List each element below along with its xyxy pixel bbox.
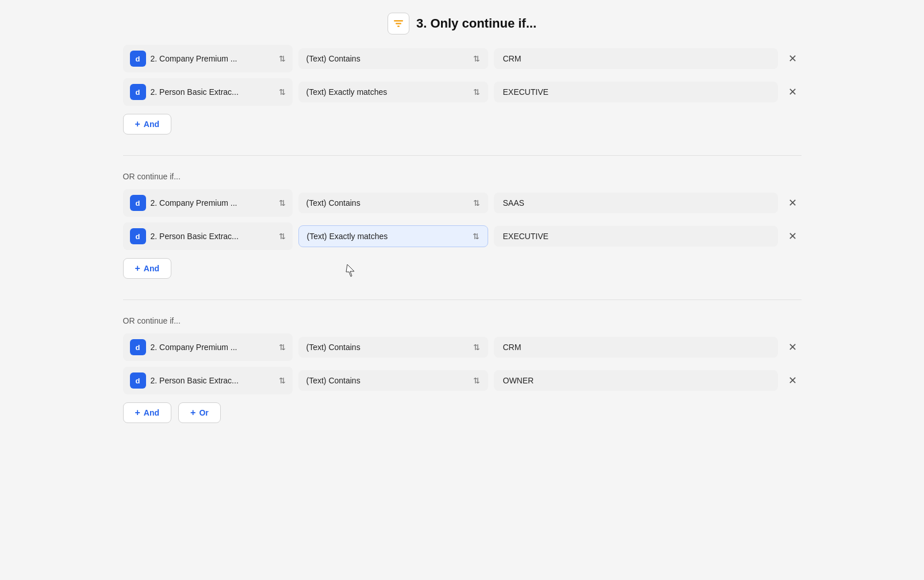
plus-icon: + — [135, 119, 140, 129]
field-selector-company-premium-2[interactable]: d 2. Company Premium ... ⇅ — [123, 189, 293, 217]
chevron-up-down-icon: ⇅ — [473, 198, 480, 208]
operator-selector-2b[interactable]: (Text) Exactly matches ⇅ — [298, 225, 488, 247]
field-label: 2. Person Basic Extrac... — [151, 232, 272, 241]
chevron-up-down-icon: ⇅ — [473, 232, 480, 241]
svg-rect-1 — [396, 23, 401, 25]
value-input-3a[interactable] — [494, 337, 778, 358]
condition-row: d 2. Company Premium ... ⇅ (Text) Contai… — [123, 45, 802, 72]
chevron-up-down-icon: ⇅ — [279, 343, 286, 352]
add-and-condition-button[interactable]: + And — [123, 114, 172, 135]
action-row: + And — [123, 114, 802, 135]
section-or-1: OR continue if... d 2. Company Premium .… — [123, 172, 802, 279]
plus-icon: + — [190, 408, 195, 418]
remove-condition-button[interactable]: ✕ — [784, 83, 802, 101]
datasource-icon: d — [130, 228, 146, 244]
header: 3. Only continue if... — [0, 0, 924, 45]
operator-label: (Text) Exactly matches — [307, 232, 467, 241]
chevron-up-down-icon: ⇅ — [279, 198, 286, 208]
and-button-label: And — [144, 120, 159, 129]
field-selector-person-basic-3[interactable]: d 2. Person Basic Extrac... ⇅ — [123, 367, 293, 394]
add-or-condition-button[interactable]: + Or — [178, 402, 221, 423]
value-input-1a[interactable] — [494, 48, 778, 69]
svg-rect-0 — [394, 20, 403, 22]
condition-row: d 2. Company Premium ... ⇅ (Text) Contai… — [123, 333, 802, 361]
chevron-up-down-icon: ⇅ — [279, 54, 286, 63]
filter-icon — [388, 13, 409, 34]
section-divider — [123, 155, 802, 156]
remove-condition-button[interactable]: ✕ — [784, 228, 802, 245]
plus-icon: + — [135, 263, 140, 274]
field-label: 2. Company Premium ... — [151, 198, 272, 208]
condition-row: d 2. Person Basic Extrac... ⇅ (Text) Exa… — [123, 78, 802, 106]
page-title: 3. Only continue if... — [416, 16, 536, 31]
section-or-2: OR continue if... d 2. Company Premium .… — [123, 316, 802, 423]
field-selector-company-premium-3[interactable]: d 2. Company Premium ... ⇅ — [123, 333, 293, 361]
value-input-2a[interactable] — [494, 193, 778, 213]
add-and-condition-button[interactable]: + And — [123, 402, 172, 423]
plus-icon: + — [135, 408, 140, 418]
remove-condition-button[interactable]: ✕ — [784, 372, 802, 389]
operator-label: (Text) Exactly matches — [306, 87, 467, 97]
field-selector-person-basic-2[interactable]: d 2. Person Basic Extrac... ⇅ — [123, 222, 293, 250]
condition-row: d 2. Person Basic Extrac... ⇅ (Text) Con… — [123, 367, 802, 394]
operator-selector-3a[interactable]: (Text) Contains ⇅ — [298, 337, 488, 358]
field-label: 2. Person Basic Extrac... — [151, 87, 272, 97]
datasource-icon: d — [130, 51, 146, 67]
value-input-1b[interactable] — [494, 82, 778, 102]
main-content: d 2. Company Premium ... ⇅ (Text) Contai… — [89, 45, 836, 478]
field-selector-person-basic-1[interactable]: d 2. Person Basic Extrac... ⇅ — [123, 78, 293, 106]
condition-row: d 2. Person Basic Extrac... ⇅ (Text) Exa… — [123, 222, 802, 250]
datasource-icon: d — [130, 339, 146, 355]
field-label: 2. Person Basic Extrac... — [151, 376, 272, 385]
field-label: 2. Company Premium ... — [151, 343, 272, 352]
chevron-up-down-icon: ⇅ — [473, 87, 480, 97]
and-button-label: And — [144, 264, 159, 273]
datasource-icon: d — [130, 195, 146, 211]
or-button-label: Or — [199, 408, 208, 417]
section-divider — [123, 299, 802, 300]
section-top-partial: d 2. Company Premium ... ⇅ (Text) Contai… — [123, 45, 802, 135]
chevron-up-down-icon: ⇅ — [473, 54, 480, 63]
operator-selector-1b[interactable]: (Text) Exactly matches ⇅ — [298, 82, 488, 102]
chevron-up-down-icon: ⇅ — [279, 376, 286, 385]
value-input-3b[interactable] — [494, 370, 778, 391]
chevron-up-down-icon: ⇅ — [279, 232, 286, 241]
remove-condition-button[interactable]: ✕ — [784, 50, 802, 67]
operator-label: (Text) Contains — [306, 198, 467, 208]
add-and-condition-button[interactable]: + And — [123, 258, 172, 279]
and-button-label: And — [144, 408, 159, 417]
field-label: 2. Company Premium ... — [151, 54, 272, 63]
chevron-up-down-icon: ⇅ — [473, 343, 480, 352]
or-section-label-2: OR continue if... — [123, 316, 802, 325]
operator-selector-1a[interactable]: (Text) Contains ⇅ — [298, 48, 488, 69]
chevron-up-down-icon: ⇅ — [279, 87, 286, 97]
svg-rect-2 — [397, 26, 400, 28]
condition-row: d 2. Company Premium ... ⇅ (Text) Contai… — [123, 189, 802, 217]
action-row: + And — [123, 258, 802, 279]
field-selector-company-premium-1[interactable]: d 2. Company Premium ... ⇅ — [123, 45, 293, 72]
value-input-2b[interactable] — [494, 226, 778, 247]
or-section-label-1: OR continue if... — [123, 172, 802, 181]
action-row: + And + Or — [123, 402, 802, 423]
chevron-up-down-icon: ⇅ — [473, 376, 480, 385]
datasource-icon: d — [130, 372, 146, 389]
operator-selector-2a[interactable]: (Text) Contains ⇅ — [298, 193, 488, 213]
operator-label: (Text) Contains — [306, 343, 467, 352]
operator-selector-3b[interactable]: (Text) Contains ⇅ — [298, 370, 488, 391]
operator-label: (Text) Contains — [306, 376, 467, 385]
remove-condition-button[interactable]: ✕ — [784, 339, 802, 356]
datasource-icon: d — [130, 84, 146, 100]
operator-label: (Text) Contains — [306, 54, 467, 63]
page-wrapper: 3. Only continue if... d 2. Company Prem… — [0, 0, 924, 580]
remove-condition-button[interactable]: ✕ — [784, 194, 802, 212]
